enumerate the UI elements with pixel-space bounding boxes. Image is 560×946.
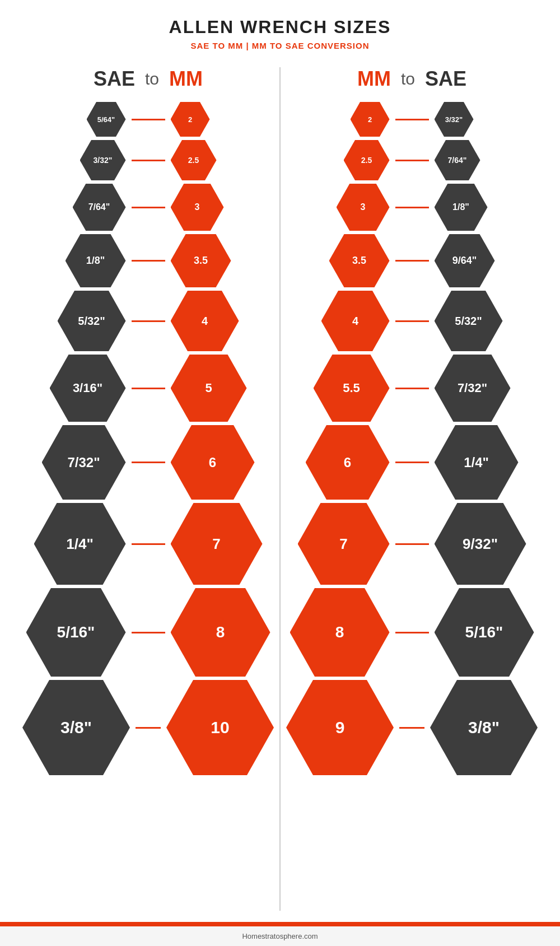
mm-hex: 4 <box>171 291 239 351</box>
hex-connector <box>395 543 429 545</box>
hex-connector <box>132 160 165 161</box>
mm-hex: 9 <box>286 680 394 775</box>
hex-row: 2.57/64" <box>286 140 538 180</box>
hex-connector <box>136 727 161 729</box>
sae-hex: 3/32" <box>435 102 474 137</box>
hex-connector <box>132 119 165 120</box>
hex-connector <box>399 727 424 729</box>
sae-hex: 7/64" <box>73 184 126 231</box>
sae-hex: 3/16" <box>50 355 126 422</box>
hex-connector <box>132 462 165 463</box>
sae-hex: 5/32" <box>58 291 126 351</box>
sae-hex: 7/32" <box>435 355 511 422</box>
mm-hex: 3 <box>337 184 390 231</box>
mm-hex: 7 <box>171 503 263 585</box>
mm-hex: 5.5 <box>314 355 390 422</box>
columns-wrapper: SAE to MM 5/64"23/32"2.57/64"31/8"3.55/3… <box>22 67 538 911</box>
hex-row: 3/32"2.5 <box>22 140 274 180</box>
left-header-to: to <box>145 69 159 88</box>
right-rows: 23/32"2.57/64"31/8"3.59/64"45/32"5.57/32… <box>286 102 538 776</box>
sae-hex: 9/64" <box>435 234 495 287</box>
hex-row: 31/8" <box>286 184 538 231</box>
sae-hex: 3/8" <box>22 680 130 775</box>
hex-row: 79/32" <box>286 503 538 585</box>
left-header-label1: SAE <box>94 67 135 91</box>
hex-connector <box>395 119 429 120</box>
hex-connector <box>132 260 165 262</box>
mm-hex: 8 <box>290 588 390 677</box>
hex-row: 1/4"7 <box>22 503 274 585</box>
page-title: ALLEN WRENCH SIZES <box>169 17 391 38</box>
hex-row: 3.59/64" <box>286 234 538 287</box>
right-header-label2: SAE <box>425 67 466 91</box>
mm-hex: 2 <box>171 102 210 137</box>
sae-hex: 5/16" <box>26 588 126 677</box>
sae-hex: 1/8" <box>435 184 488 231</box>
footer-text: Homestratosphere.com <box>0 926 560 946</box>
hex-row: 85/16" <box>286 588 538 677</box>
sae-hex: 7/32" <box>42 425 126 500</box>
sae-hex: 5/32" <box>435 291 503 351</box>
left-col-header: SAE to MM <box>22 67 274 91</box>
mm-hex: 2 <box>351 102 390 137</box>
mm-hex: 3.5 <box>329 234 390 287</box>
hex-connector <box>132 388 165 389</box>
left-column: SAE to MM 5/64"23/32"2.57/64"31/8"3.55/3… <box>22 67 274 911</box>
mm-hex: 10 <box>166 680 274 775</box>
mm-hex: 4 <box>321 291 390 351</box>
right-column: MM to SAE 23/32"2.57/64"31/8"3.59/64"45/… <box>286 67 538 911</box>
hex-connector <box>395 207 429 208</box>
hex-connector <box>395 388 429 389</box>
mm-hex: 6 <box>306 425 390 500</box>
sae-hex: 3/8" <box>430 680 538 775</box>
sae-hex: 3/32" <box>80 140 126 180</box>
column-divider <box>279 67 281 911</box>
mm-hex: 3 <box>171 184 224 231</box>
hex-connector <box>395 260 429 262</box>
mm-hex: 6 <box>171 425 255 500</box>
hex-row: 7/64"3 <box>22 184 274 231</box>
hex-row: 7/32"6 <box>22 425 274 500</box>
hex-connector <box>132 207 165 208</box>
hex-connector <box>395 632 429 633</box>
hex-row: 23/32" <box>286 102 538 137</box>
sae-hex: 1/4" <box>34 503 126 585</box>
left-header-label2: MM <box>169 67 203 91</box>
sae-hex: 1/8" <box>66 234 126 287</box>
mm-hex: 8 <box>171 588 270 677</box>
hex-row: 5/32"4 <box>22 291 274 351</box>
page-subtitle: SAE TO MM | MM TO SAE CONVERSION <box>191 41 370 50</box>
main-container: ALLEN WRENCH SIZES SAE TO MM | MM TO SAE… <box>0 0 560 922</box>
mm-hex: 2.5 <box>171 140 217 180</box>
hex-row: 1/8"3.5 <box>22 234 274 287</box>
hex-row: 5.57/32" <box>286 355 538 422</box>
hex-connector <box>132 320 165 322</box>
right-col-header: MM to SAE <box>286 67 538 91</box>
sae-hex: 1/4" <box>435 425 519 500</box>
hex-row: 5/16"8 <box>22 588 274 677</box>
hex-connector <box>132 543 165 545</box>
sae-hex: 7/64" <box>435 140 480 180</box>
hex-row: 93/8" <box>286 680 538 775</box>
right-header-to: to <box>401 69 415 88</box>
mm-hex: 7 <box>298 503 390 585</box>
mm-hex: 2.5 <box>344 140 390 180</box>
sae-hex: 5/16" <box>435 588 534 677</box>
hex-connector <box>395 462 429 463</box>
hex-row: 5/64"2 <box>22 102 274 137</box>
footer-bar <box>0 922 560 926</box>
sae-hex: 5/64" <box>87 102 126 137</box>
hex-row: 61/4" <box>286 425 538 500</box>
right-header-label1: MM <box>357 67 391 91</box>
hex-connector <box>395 320 429 322</box>
hex-connector <box>132 632 165 633</box>
hex-row: 45/32" <box>286 291 538 351</box>
hex-row: 3/16"5 <box>22 355 274 422</box>
sae-hex: 9/32" <box>435 503 526 585</box>
mm-hex: 3.5 <box>171 234 231 287</box>
left-rows: 5/64"23/32"2.57/64"31/8"3.55/32"43/16"57… <box>22 102 274 776</box>
hex-connector <box>395 160 429 161</box>
mm-hex: 5 <box>171 355 247 422</box>
hex-row: 3/8"10 <box>22 680 274 775</box>
